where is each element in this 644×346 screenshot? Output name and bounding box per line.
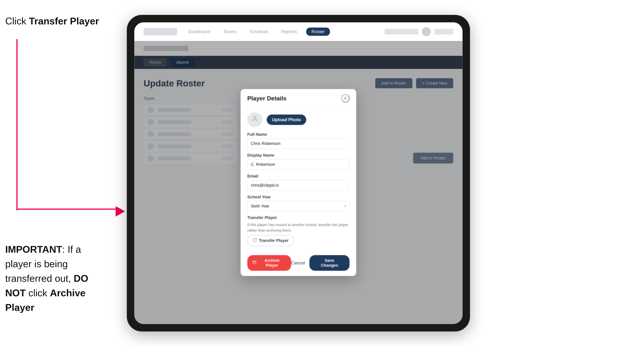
nav-user-avatar [422,27,431,36]
email-label: Email [247,174,350,178]
nav-right [384,27,453,36]
annotation-horizontal-line [16,208,121,210]
svg-point-0 [254,116,256,119]
player-details-modal: Player Details × [240,89,356,276]
instruction-bold-text: Transfer Player [29,16,99,26]
transfer-icon [253,238,257,243]
school-year-field: School Year Sixth Year Fifth Year Fourth… [247,195,350,211]
app-logo [144,28,177,35]
display-name-input[interactable] [247,159,350,170]
nav-item-roster[interactable]: Roster [306,27,330,36]
school-year-select[interactable]: Sixth Year Fifth Year Fourth Year Third … [247,201,350,211]
modal-overlay: Player Details × [134,41,462,324]
cancel-button[interactable]: Cancel [291,260,305,266]
modal-footer: Archive Player Cancel Save Changes [240,251,356,276]
save-changes-button[interactable]: Save Changes [310,255,350,271]
modal-header: Player Details × [240,89,356,107]
nav-item-schedule[interactable]: Schedule [246,27,272,36]
photo-preview-circle [247,112,262,127]
instruction-pre-text: Click [5,16,29,26]
full-name-label: Full Name [247,132,350,137]
photo-upload-row: Upload Photo [247,112,350,127]
svg-rect-1 [253,261,256,262]
tablet-screen: Dashboard Teams Schedule Reports Roster … [134,22,462,324]
transfer-section-title: Transfer Player [247,215,350,220]
archive-icon [252,261,256,265]
important-label: IMPORTANT [5,244,62,255]
upload-photo-button[interactable]: Upload Photo [267,115,306,125]
main-content: Roster Alumni Update Roster Add to Roste… [134,41,462,324]
nav-user-name [434,29,453,34]
nav-items: Dashboard Teams Schedule Reports Roster [185,27,377,36]
email-field: Email [247,174,350,190]
nav-add-athlete [384,29,418,34]
nav-item-reports[interactable]: Reports [278,27,301,36]
instruction-bottom: IMPORTANT: If a player is being transfer… [5,242,110,315]
app-navbar: Dashboard Teams Schedule Reports Roster [134,22,462,41]
annotation-arrow [116,206,125,217]
modal-title: Player Details [247,95,286,102]
school-year-label: School Year [247,195,350,199]
modal-close-button[interactable]: × [341,94,350,102]
archive-player-button[interactable]: Archive Player [247,255,291,271]
transfer-btn-label: Transfer Player [259,238,288,243]
email-input[interactable] [247,180,350,190]
archive-btn-label: Archive Player [258,258,286,268]
nav-item-dashboard[interactable]: Dashboard [185,27,214,36]
transfer-player-button[interactable]: Transfer Player [247,235,294,246]
school-year-select-wrapper: Sixth Year Fifth Year Fourth Year Third … [247,201,350,211]
full-name-field: Full Name [247,132,350,149]
full-name-input[interactable] [247,138,350,149]
annotation-vertical-line [16,39,18,210]
modal-body: Upload Photo Full Name Display Name [240,107,356,251]
instruction-top: Click Transfer Player [5,15,99,27]
display-name-label: Display Name [247,153,350,158]
person-icon [251,115,258,124]
display-name-field: Display Name [247,153,350,170]
nav-item-teams[interactable]: Teams [220,27,240,36]
transfer-section: Transfer Player If this player has moved… [247,215,350,246]
transfer-description: If this player has moved to another scho… [247,222,350,233]
footer-right-buttons: Cancel Save Changes [291,255,350,271]
tablet-frame: Dashboard Teams Schedule Reports Roster … [127,15,470,332]
